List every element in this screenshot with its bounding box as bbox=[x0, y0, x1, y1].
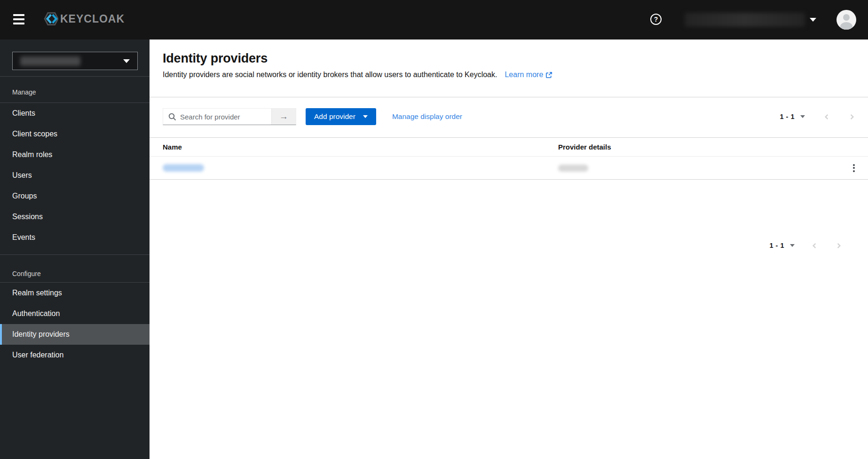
pagination-options-toggle-icon[interactable] bbox=[790, 244, 795, 247]
main-content: Identity providers Identity providers ar… bbox=[150, 40, 868, 459]
pagination-options-toggle-icon[interactable] bbox=[800, 115, 805, 118]
avatar-body-icon bbox=[840, 22, 852, 30]
toolbar: → Add provider Manage display order bbox=[163, 108, 855, 125]
chevron-down-icon bbox=[810, 18, 816, 22]
redacted-username bbox=[685, 13, 805, 27]
previous-page-button[interactable] bbox=[812, 243, 818, 249]
avatar-head-icon bbox=[843, 14, 850, 21]
sidebar-item-realm-settings[interactable]: Realm settings bbox=[0, 283, 150, 303]
sidebar-item-groups[interactable]: Groups bbox=[0, 186, 150, 206]
next-page-button[interactable] bbox=[836, 243, 842, 249]
page-header: Identity providers Identity providers ar… bbox=[150, 40, 868, 97]
search-submit-button[interactable]: → bbox=[271, 109, 296, 125]
keycloak-hexagon-icon bbox=[39, 9, 58, 28]
help-icon[interactable]: ? bbox=[650, 14, 662, 25]
next-page-button[interactable] bbox=[849, 114, 855, 120]
table-row bbox=[150, 157, 868, 180]
chevron-right-icon bbox=[849, 114, 855, 120]
pagination-bottom: 1 - 1 bbox=[769, 236, 842, 255]
pagination-range: 1 - 1 bbox=[780, 113, 795, 120]
chevron-left-icon bbox=[812, 243, 818, 249]
realm-selector[interactable] bbox=[12, 52, 138, 70]
keycloak-logo: KEYCLOAK bbox=[39, 9, 125, 28]
manage-nav-list: Clients Client scopes Realm roles Users … bbox=[0, 103, 150, 248]
pagination-range: 1 - 1 bbox=[769, 242, 784, 249]
divider bbox=[0, 76, 150, 77]
sidebar-item-events[interactable]: Events bbox=[0, 227, 150, 248]
brand-name: KEYCLOAK bbox=[60, 13, 125, 25]
sidebar-item-users[interactable]: Users bbox=[0, 165, 150, 186]
section-label-manage: Manage bbox=[12, 88, 36, 96]
sidebar: Manage Clients Client scopes Realm roles… bbox=[0, 40, 150, 459]
page-title: Identity providers bbox=[163, 51, 855, 66]
pagination-top: 1 - 1 bbox=[780, 108, 855, 125]
sidebar-item-user-federation[interactable]: User federation bbox=[0, 345, 150, 365]
hamburger-menu-icon[interactable] bbox=[13, 14, 24, 24]
sidebar-item-client-scopes[interactable]: Client scopes bbox=[0, 124, 150, 144]
search-input[interactable] bbox=[163, 109, 271, 125]
provider-name-link[interactable] bbox=[163, 164, 204, 172]
search-icon bbox=[168, 113, 176, 121]
column-header-name: Name bbox=[163, 143, 558, 151]
avatar[interactable] bbox=[836, 10, 856, 30]
divider bbox=[0, 254, 150, 255]
page-description: Identity providers are social networks o… bbox=[163, 71, 497, 79]
sidebar-item-clients[interactable]: Clients bbox=[0, 103, 150, 124]
configure-nav-list: Realm settings Authentication Identity p… bbox=[0, 283, 150, 365]
section-label-configure: Configure bbox=[12, 270, 41, 277]
providers-table: Name Provider details bbox=[150, 137, 868, 180]
sidebar-item-authentication[interactable]: Authentication bbox=[0, 303, 150, 324]
sidebar-item-sessions[interactable]: Sessions bbox=[0, 206, 150, 227]
redacted-provider-details bbox=[558, 165, 588, 172]
chevron-right-icon bbox=[836, 243, 842, 249]
add-provider-button[interactable]: Add provider bbox=[306, 108, 376, 125]
chevron-left-icon bbox=[824, 114, 830, 120]
chevron-down-icon bbox=[123, 59, 130, 63]
table-header-row: Name Provider details bbox=[150, 137, 868, 157]
learn-more-link[interactable]: Learn more bbox=[505, 71, 552, 79]
previous-page-button[interactable] bbox=[824, 114, 830, 120]
column-header-provider-details: Provider details bbox=[558, 143, 840, 151]
top-navbar: KEYCLOAK ? bbox=[0, 0, 868, 40]
external-link-icon bbox=[545, 71, 552, 79]
sidebar-item-identity-providers[interactable]: Identity providers bbox=[0, 324, 150, 345]
sidebar-item-realm-roles[interactable]: Realm roles bbox=[0, 144, 150, 165]
user-menu[interactable] bbox=[685, 11, 817, 28]
search-group: → bbox=[163, 108, 296, 125]
redacted-realm-name bbox=[20, 56, 80, 66]
kebab-menu-icon[interactable] bbox=[845, 159, 862, 176]
chevron-down-icon bbox=[363, 115, 368, 118]
manage-display-order-link[interactable]: Manage display order bbox=[392, 112, 462, 121]
